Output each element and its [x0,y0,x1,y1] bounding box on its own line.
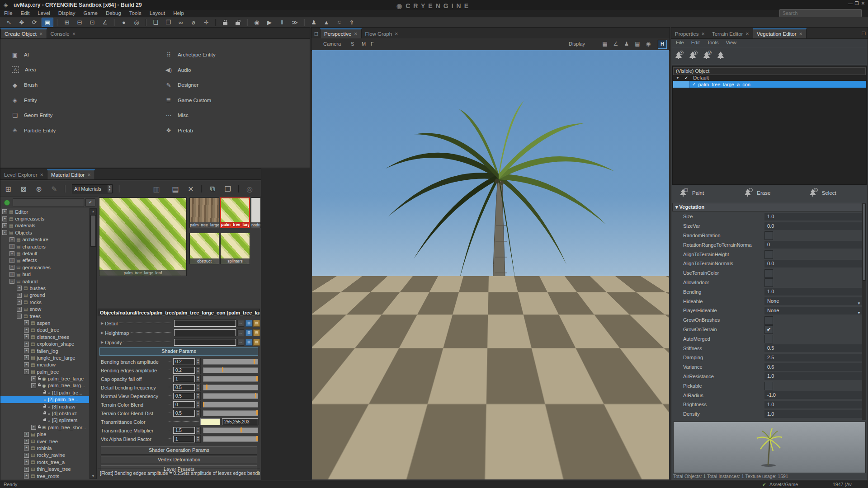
menu-layout[interactable]: Layout [146,10,170,16]
expand-icon[interactable]: + [24,460,29,465]
submaterial-thumb-splinters[interactable]: splinters [220,233,250,264]
pick-material-eyedropper-icon[interactable]: ✎ [47,183,61,195]
tab-perspective[interactable]: Perspective✕ [320,28,362,38]
select-object-icon[interactable]: ❏ [150,18,161,27]
expand-icon[interactable]: + [17,300,22,305]
vegetation-group-row[interactable]: ▼ ✓ Default [673,75,866,81]
color-swatch[interactable] [200,418,220,425]
expand-icon[interactable]: + [2,209,7,214]
tree-row-rocks[interactable]: +▤rocks [0,299,89,305]
expand-icon[interactable]: + [2,216,7,221]
expand-icon[interactable]: + [17,293,22,298]
pickable-checkbox[interactable] [764,382,773,390]
param-slider[interactable] [203,436,258,442]
submaterial-thumb-obstruct[interactable]: obstruct [189,233,219,264]
minimize-icon[interactable]: — [847,1,854,6]
close-icon[interactable]: ✕ [39,30,43,38]
collapse-triangle-icon[interactable]: ▼ [676,76,679,80]
prop-value-dropdown[interactable]: None▼ [764,297,862,305]
camera-person-icon[interactable]: ◉ [644,40,652,48]
snap-vertex-icon[interactable]: ⊞ [61,18,72,27]
tree-scrollbar[interactable]: ▲ ▼ [90,208,97,479]
tree-row-bushes[interactable]: +▤bushes [0,285,89,291]
chevron-down-icon[interactable]: ▼ [857,309,861,317]
menu-edit[interactable]: Edit [17,10,34,16]
prop-value-input[interactable]: 0.6 [764,363,862,371]
tree-row-ground[interactable]: +▤ground [0,292,89,299]
prop-value-input[interactable]: 2.5 [764,354,862,361]
expand-icon[interactable]: + [9,258,14,263]
scrollbar-thumb[interactable] [90,215,96,247]
display-menu[interactable]: Display [569,41,585,47]
zoom-selection-icon[interactable]: ◎ [131,18,142,27]
expand-icon[interactable]: + [24,334,29,339]
tree-row-river-tree[interactable]: +▤river_tree [0,438,89,445]
pick-from-object-icon[interactable]: ◎ [243,183,256,195]
paint-vegetation-icon[interactable]: ● [688,51,698,61]
spinner-icon[interactable]: ▲▼ [195,392,201,400]
param-value-input[interactable]: 1 [173,436,195,442]
spinner-icon[interactable]: ▲▼ [195,375,201,383]
add-material-icon[interactable]: ⊞ [1,183,15,195]
tree-row-trees[interactable]: -▤trees [0,313,89,319]
reset-material-icon[interactable]: ⊛ [32,183,46,195]
close-icon[interactable]: ✕ [860,1,866,6]
spinner-icon[interactable]: ▲▼ [108,185,112,192]
select-icon[interactable]: ↖ [4,18,14,27]
expand-icon[interactable]: + [31,425,36,430]
tab-level-explorer[interactable]: Level Explorer✕ [0,169,47,179]
add-vegetation-icon[interactable]: + [674,51,684,61]
close-icon[interactable]: ✕ [799,30,803,38]
texture-path-input[interactable] [174,329,236,336]
aligntoterrainheight-checkbox[interactable] [764,250,773,259]
create-item-game-custom[interactable]: ≣Game Custom [164,97,211,104]
volume-icon[interactable]: ▤ [633,40,642,48]
prop-value-input[interactable]: 0.0 [764,222,862,230]
expand-icon[interactable]: + [9,244,14,249]
lock-icon[interactable] [223,22,227,25]
expand-icon[interactable]: + [24,446,29,450]
maximize-icon[interactable]: ❐ [854,1,860,6]
export-icon[interactable]: ⇪ [346,18,357,27]
close-icon[interactable]: ✕ [395,30,398,38]
expand-icon[interactable]: + [9,265,14,270]
prop-value-input[interactable]: -1.0 [764,391,862,399]
close-icon[interactable]: ✕ [40,171,44,179]
slider-handle[interactable] [241,427,242,432]
undock-icon[interactable]: ❐ [862,31,866,36]
texture-badge-icon[interactable]: ▤ [253,329,260,336]
param-slider[interactable] [203,367,258,373]
pause-icon[interactable]: ‖ [277,18,288,27]
create-item-entity[interactable]: ◈Entity [10,97,37,104]
prop-value-input[interactable]: 0.5 [764,344,862,352]
color-value[interactable]: 255,255,203 [222,418,258,425]
spinner-icon[interactable]: ▲▼ [195,358,201,366]
slider-handle[interactable] [256,376,258,381]
tree-row-thin-leave-tree[interactable]: +▤thin_leave_tree [0,465,89,472]
prop-value-input[interactable]: 1.0 [764,410,862,418]
param-value-input[interactable]: 0.2 [173,367,195,374]
camera-speed-m-button[interactable]: M [359,41,368,47]
submaterial-thumb-palm-tree-large[interactable]: palm_tree_large [189,197,219,228]
erase-vegetation-icon[interactable]: ↺ [702,51,712,61]
tab-material-editor[interactable]: Material Editor✕ [47,169,95,179]
menu-help[interactable]: Help [169,10,188,16]
close-icon[interactable]: ✕ [72,30,76,38]
create-item-particle-entity[interactable]: ✳Particle Entity [10,127,56,134]
tree-row-fallen-log[interactable]: +▤fallen_log [0,347,89,354]
play-icon[interactable]: ▶ [264,18,275,27]
tab-create-object[interactable]: Create Object✕ [0,28,47,38]
menu-tools[interactable]: Tools [125,10,146,16]
link-icon[interactable]: ∞ [175,18,186,27]
param-slider[interactable] [203,393,258,399]
tree-row-characters[interactable]: +▤characters [0,243,89,250]
tree-row-pine[interactable]: +▤pine [0,431,89,438]
tree-row-rocky-ravine[interactable]: +▤rocky_ravine [0,452,89,459]
tree-row-tree-roots[interactable]: +▤tree_roots [0,473,89,479]
expand-icon[interactable]: + [31,376,36,381]
prop-value-input[interactable]: 1.0 [764,401,862,408]
grid-icon[interactable]: ▦ [601,40,609,48]
spinner-icon[interactable]: ▲▼ [195,427,201,434]
tab-vegetation-editor[interactable]: Vegetation Editor✕ [753,28,807,38]
tree-row-aspen[interactable]: +▤aspen [0,319,89,326]
